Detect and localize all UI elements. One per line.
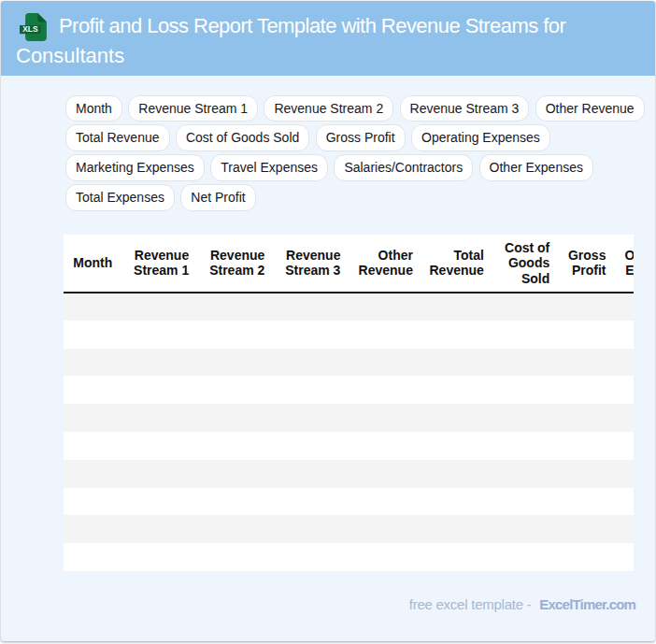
svg-text:XLS: XLS [22, 25, 38, 35]
